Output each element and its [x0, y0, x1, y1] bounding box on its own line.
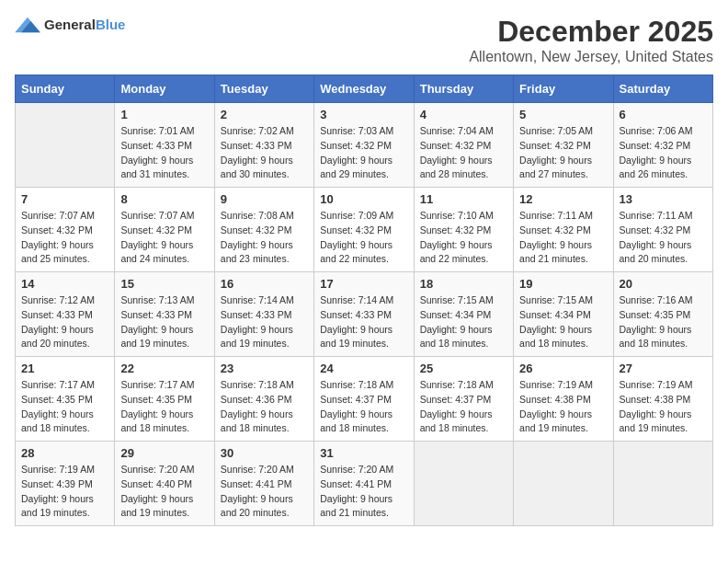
calendar-cell	[16, 103, 115, 188]
day-info: Sunrise: 7:14 AMSunset: 4:33 PMDaylight:…	[320, 294, 393, 349]
day-number: 9	[221, 192, 308, 206]
calendar-cell: 1Sunrise: 7:01 AMSunset: 4:33 PMDaylight…	[115, 103, 214, 188]
calendar-cell: 29Sunrise: 7:20 AMSunset: 4:40 PMDayligh…	[115, 442, 214, 526]
day-info: Sunrise: 7:17 AMSunset: 4:35 PMDaylight:…	[21, 379, 95, 433]
day-info: Sunrise: 7:19 AMSunset: 4:38 PMDaylight:…	[519, 379, 593, 433]
month-year-title: December 2025	[469, 15, 713, 49]
logo-icon	[15, 15, 40, 35]
calendar-cell: 22Sunrise: 7:17 AMSunset: 4:35 PMDayligh…	[115, 357, 214, 442]
day-number: 20	[620, 277, 707, 291]
day-info: Sunrise: 7:20 AMSunset: 4:40 PMDaylight:…	[120, 464, 194, 518]
calendar-cell: 5Sunrise: 7:05 AMSunset: 4:32 PMDaylight…	[514, 103, 613, 188]
calendar-cell: 23Sunrise: 7:18 AMSunset: 4:36 PMDayligh…	[214, 357, 313, 442]
day-number: 18	[420, 277, 507, 291]
day-info: Sunrise: 7:11 AMSunset: 4:32 PMDaylight:…	[620, 210, 693, 264]
calendar-cell: 15Sunrise: 7:13 AMSunset: 4:33 PMDayligh…	[115, 272, 214, 357]
day-info: Sunrise: 7:14 AMSunset: 4:33 PMDaylight:…	[221, 294, 294, 349]
day-number: 2	[221, 108, 308, 121]
day-number: 15	[120, 277, 208, 291]
day-info: Sunrise: 7:12 AMSunset: 4:33 PMDaylight:…	[21, 294, 95, 349]
header-saturday: Saturday	[613, 75, 712, 103]
day-info: Sunrise: 7:07 AMSunset: 4:32 PMDaylight:…	[21, 210, 95, 264]
day-number: 22	[120, 362, 208, 375]
day-number: 5	[519, 108, 607, 121]
day-number: 31	[320, 446, 407, 460]
calendar-header-row: SundayMondayTuesdayWednesdayThursdayFrid…	[16, 75, 713, 103]
day-number: 8	[120, 192, 208, 206]
day-number: 14	[21, 277, 108, 291]
calendar-cell	[514, 442, 613, 526]
header-monday: Monday	[115, 75, 214, 103]
calendar-cell: 11Sunrise: 7:10 AMSunset: 4:32 PMDayligh…	[414, 188, 513, 272]
calendar-week-row: 14Sunrise: 7:12 AMSunset: 4:33 PMDayligh…	[16, 272, 713, 357]
day-info: Sunrise: 7:15 AMSunset: 4:34 PMDaylight:…	[519, 294, 593, 349]
logo-text: GeneralBlue	[44, 17, 125, 33]
calendar-cell: 16Sunrise: 7:14 AMSunset: 4:33 PMDayligh…	[214, 272, 313, 357]
day-number: 19	[519, 277, 607, 291]
header-thursday: Thursday	[414, 75, 513, 103]
day-number: 16	[221, 277, 308, 291]
calendar-cell: 18Sunrise: 7:15 AMSunset: 4:34 PMDayligh…	[414, 272, 513, 357]
calendar-cell: 4Sunrise: 7:04 AMSunset: 4:32 PMDaylight…	[414, 103, 513, 188]
title-block: December 2025 Allentown, New Jersey, Uni…	[469, 15, 713, 65]
calendar-cell: 31Sunrise: 7:20 AMSunset: 4:41 PMDayligh…	[314, 442, 414, 526]
day-number: 4	[420, 108, 507, 121]
calendar-week-row: 7Sunrise: 7:07 AMSunset: 4:32 PMDaylight…	[16, 188, 713, 272]
calendar-cell: 26Sunrise: 7:19 AMSunset: 4:38 PMDayligh…	[514, 357, 613, 442]
day-info: Sunrise: 7:11 AMSunset: 4:32 PMDaylight:…	[519, 210, 593, 264]
day-info: Sunrise: 7:18 AMSunset: 4:37 PMDaylight:…	[420, 379, 494, 433]
calendar-cell: 28Sunrise: 7:19 AMSunset: 4:39 PMDayligh…	[16, 442, 115, 526]
day-number: 1	[120, 108, 208, 121]
calendar-cell: 20Sunrise: 7:16 AMSunset: 4:35 PMDayligh…	[613, 272, 712, 357]
calendar-cell: 10Sunrise: 7:09 AMSunset: 4:32 PMDayligh…	[314, 188, 414, 272]
calendar-week-row: 21Sunrise: 7:17 AMSunset: 4:35 PMDayligh…	[16, 357, 713, 442]
day-number: 21	[21, 362, 108, 375]
day-info: Sunrise: 7:20 AMSunset: 4:41 PMDaylight:…	[320, 464, 393, 518]
header-tuesday: Tuesday	[214, 75, 313, 103]
day-number: 29	[120, 446, 208, 460]
calendar-week-row: 1Sunrise: 7:01 AMSunset: 4:33 PMDaylight…	[16, 103, 713, 188]
calendar-cell: 17Sunrise: 7:14 AMSunset: 4:33 PMDayligh…	[314, 272, 414, 357]
logo-general: General	[44, 17, 96, 32]
day-info: Sunrise: 7:15 AMSunset: 4:34 PMDaylight:…	[420, 294, 494, 349]
day-info: Sunrise: 7:05 AMSunset: 4:32 PMDaylight:…	[519, 125, 593, 179]
day-number: 24	[320, 362, 407, 375]
calendar-cell: 7Sunrise: 7:07 AMSunset: 4:32 PMDaylight…	[16, 188, 115, 272]
day-info: Sunrise: 7:02 AMSunset: 4:33 PMDaylight:…	[221, 125, 294, 179]
day-info: Sunrise: 7:04 AMSunset: 4:32 PMDaylight:…	[420, 125, 494, 179]
day-info: Sunrise: 7:01 AMSunset: 4:33 PMDaylight:…	[120, 125, 194, 179]
day-info: Sunrise: 7:03 AMSunset: 4:32 PMDaylight:…	[320, 125, 393, 179]
calendar-cell	[613, 442, 712, 526]
day-info: Sunrise: 7:08 AMSunset: 4:32 PMDaylight:…	[221, 210, 294, 264]
day-number: 3	[320, 108, 407, 121]
calendar-cell: 14Sunrise: 7:12 AMSunset: 4:33 PMDayligh…	[16, 272, 115, 357]
day-number: 12	[519, 192, 607, 206]
day-info: Sunrise: 7:19 AMSunset: 4:38 PMDaylight:…	[620, 379, 693, 433]
day-info: Sunrise: 7:18 AMSunset: 4:37 PMDaylight:…	[320, 379, 393, 433]
header-friday: Friday	[514, 75, 613, 103]
day-info: Sunrise: 7:06 AMSunset: 4:32 PMDaylight:…	[620, 125, 693, 179]
location-subtitle: Allentown, New Jersey, United States	[469, 49, 713, 65]
day-number: 10	[320, 192, 407, 206]
day-info: Sunrise: 7:07 AMSunset: 4:32 PMDaylight:…	[120, 210, 194, 264]
calendar-cell: 19Sunrise: 7:15 AMSunset: 4:34 PMDayligh…	[514, 272, 613, 357]
day-info: Sunrise: 7:20 AMSunset: 4:41 PMDaylight:…	[221, 464, 294, 518]
calendar-cell	[414, 442, 513, 526]
day-number: 30	[221, 446, 308, 460]
day-number: 17	[320, 277, 407, 291]
page-header: GeneralBlue December 2025 Allentown, New…	[15, 15, 713, 65]
calendar-cell: 2Sunrise: 7:02 AMSunset: 4:33 PMDaylight…	[214, 103, 313, 188]
day-info: Sunrise: 7:17 AMSunset: 4:35 PMDaylight:…	[120, 379, 194, 433]
day-info: Sunrise: 7:10 AMSunset: 4:32 PMDaylight:…	[420, 210, 494, 264]
day-info: Sunrise: 7:18 AMSunset: 4:36 PMDaylight:…	[221, 379, 294, 433]
calendar-cell: 30Sunrise: 7:20 AMSunset: 4:41 PMDayligh…	[214, 442, 313, 526]
calendar-cell: 12Sunrise: 7:11 AMSunset: 4:32 PMDayligh…	[514, 188, 613, 272]
logo-blue: Blue	[96, 17, 126, 32]
calendar-cell: 3Sunrise: 7:03 AMSunset: 4:32 PMDaylight…	[314, 103, 414, 188]
calendar-cell: 25Sunrise: 7:18 AMSunset: 4:37 PMDayligh…	[414, 357, 513, 442]
calendar-cell: 13Sunrise: 7:11 AMSunset: 4:32 PMDayligh…	[613, 188, 712, 272]
logo: GeneralBlue	[15, 15, 125, 35]
calendar-cell: 24Sunrise: 7:18 AMSunset: 4:37 PMDayligh…	[314, 357, 414, 442]
day-info: Sunrise: 7:16 AMSunset: 4:35 PMDaylight:…	[620, 294, 693, 349]
day-number: 27	[620, 362, 707, 375]
